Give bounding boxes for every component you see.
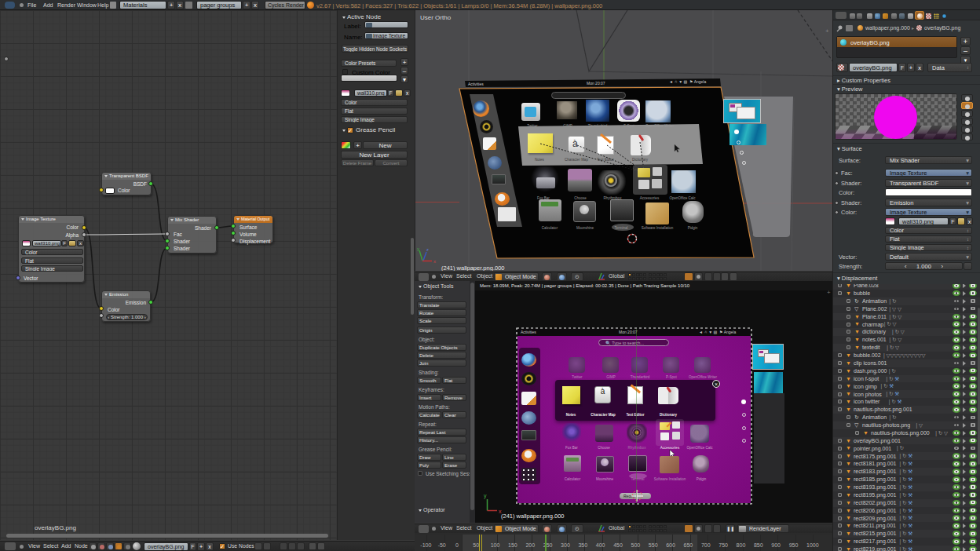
svg-text:z: z	[426, 247, 429, 252]
svg-text:y: y	[484, 493, 487, 499]
svg-text:x: x	[433, 259, 436, 264]
svg-text:y: y	[417, 246, 419, 251]
